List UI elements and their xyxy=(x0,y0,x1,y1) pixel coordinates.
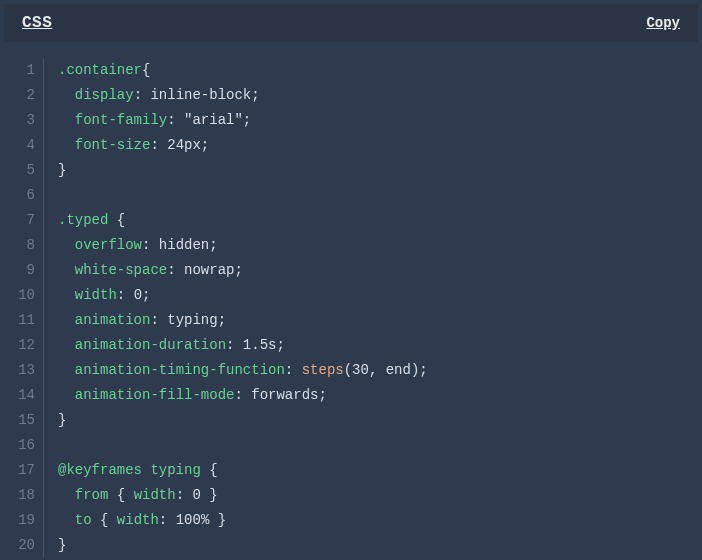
code-line: to { width: 100% } xyxy=(58,508,428,533)
code-line xyxy=(58,183,428,208)
line-number: 5 xyxy=(12,158,35,183)
code-line: animation-fill-mode: forwards; xyxy=(58,383,428,408)
code-line: font-size: 24px; xyxy=(58,133,428,158)
code-line: overflow: hidden; xyxy=(58,233,428,258)
code-line: .typed { xyxy=(58,208,428,233)
line-number: 4 xyxy=(12,133,35,158)
code-line: } xyxy=(58,408,428,433)
code-line: animation: typing; xyxy=(58,308,428,333)
code-line: @keyframes typing { xyxy=(58,458,428,483)
line-number: 2 xyxy=(12,83,35,108)
line-number: 13 xyxy=(12,358,35,383)
line-number: 9 xyxy=(12,258,35,283)
code-line: } xyxy=(58,533,428,558)
line-gutter: 1234567891011121314151617181920 xyxy=(12,58,44,558)
line-number: 19 xyxy=(12,508,35,533)
line-number: 15 xyxy=(12,408,35,433)
line-number: 14 xyxy=(12,383,35,408)
line-number: 18 xyxy=(12,483,35,508)
code-line: animation-duration: 1.5s; xyxy=(58,333,428,358)
code-line: } xyxy=(58,158,428,183)
code-line: white-space: nowrap; xyxy=(58,258,428,283)
line-number: 16 xyxy=(12,433,35,458)
code-line: animation-timing-function: steps(30, end… xyxy=(58,358,428,383)
code-block-container: CSS Copy 1234567891011121314151617181920… xyxy=(0,0,702,560)
code-line: font-family: "arial"; xyxy=(58,108,428,133)
code-line: display: inline-block; xyxy=(58,83,428,108)
line-number: 10 xyxy=(12,283,35,308)
line-number: 6 xyxy=(12,183,35,208)
code-area: 1234567891011121314151617181920 .contain… xyxy=(4,42,698,558)
code-line: .container{ xyxy=(58,58,428,83)
line-number: 11 xyxy=(12,308,35,333)
line-number: 17 xyxy=(12,458,35,483)
code-header: CSS Copy xyxy=(4,4,698,42)
code-line: width: 0; xyxy=(58,283,428,308)
line-number: 8 xyxy=(12,233,35,258)
line-number: 20 xyxy=(12,533,35,558)
line-number: 1 xyxy=(12,58,35,83)
code-line: from { width: 0 } xyxy=(58,483,428,508)
code-content[interactable]: .container{ display: inline-block; font-… xyxy=(44,58,428,558)
language-label: CSS xyxy=(22,14,52,32)
code-line xyxy=(58,433,428,458)
line-number: 12 xyxy=(12,333,35,358)
line-number: 7 xyxy=(12,208,35,233)
copy-button[interactable]: Copy xyxy=(646,15,680,31)
line-number: 3 xyxy=(12,108,35,133)
